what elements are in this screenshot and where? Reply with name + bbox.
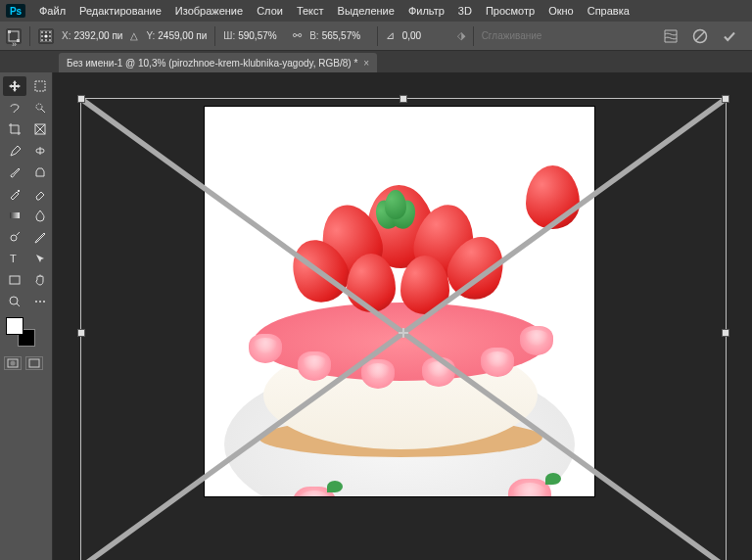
svg-point-4 [41,31,43,33]
svg-text:T: T [10,253,17,264]
svg-point-7 [41,35,43,37]
menu-view[interactable]: Просмотр [486,5,535,17]
eraser-tool-icon[interactable] [28,184,52,204]
close-tab-icon[interactable]: × [363,58,369,69]
height-value[interactable]: 565,57% [322,30,369,41]
blur-tool-icon[interactable] [28,206,52,225]
screen-mode-icon[interactable] [25,356,43,370]
marquee-tool-icon[interactable] [28,76,52,96]
options-bar: X: 2392,00 пи △ Y: 2459,00 пи Ш: 590,57%… [0,22,752,51]
transform-handle-tr[interactable] [722,95,729,103]
interpolation-label[interactable]: Сглаживание [482,30,542,41]
x-field[interactable]: X: 2392,00 пи [62,30,122,41]
svg-point-9 [49,35,51,37]
path-select-tool-icon[interactable] [28,249,52,268]
pen-tool-icon[interactable] [28,227,52,247]
color-swatches[interactable] [0,315,52,352]
quick-mask-icon[interactable] [4,356,22,370]
svg-point-12 [49,39,51,41]
toolbox: T [0,72,53,560]
menu-3d[interactable]: 3D [458,5,472,17]
crop-tool-icon[interactable] [3,119,26,139]
svg-point-6 [49,31,51,33]
brush-tool-icon[interactable] [3,163,26,182]
menu-edit[interactable]: Редактирование [79,5,162,17]
transform-handle-tm[interactable] [400,95,407,103]
rectangle-tool-icon[interactable] [3,270,26,290]
divider [214,26,215,46]
svg-point-26 [10,297,18,304]
transform-handle-tl[interactable] [77,95,85,103]
svg-point-31 [11,361,16,366]
divider [377,26,378,46]
svg-rect-22 [10,212,20,218]
width-field[interactable]: Ш: 590,57% [223,30,285,41]
edit-toolbar-icon[interactable] [28,292,52,311]
warp-mode-icon[interactable] [662,27,680,45]
menu-select[interactable]: Выделение [338,5,395,17]
y-field[interactable]: Y: 2459,00 пи [146,30,207,41]
menu-window[interactable]: Окно [548,5,574,17]
triangle-xy-icon[interactable]: △ [130,30,138,41]
svg-point-23 [11,235,17,241]
height-field[interactable]: В: 565,57% [309,30,368,41]
healing-tool-icon[interactable] [28,141,52,161]
angle-icon: ⊿ [386,29,395,42]
reference-point-icon[interactable] [38,28,54,44]
svg-rect-2 [17,39,20,42]
menu-image[interactable]: Изображение [175,5,243,17]
zoom-tool-icon[interactable] [3,292,26,311]
type-tool-icon[interactable]: T [3,249,26,268]
transform-handle-mr[interactable] [722,329,729,337]
dodge-tool-icon[interactable] [3,227,26,247]
menu-text[interactable]: Текст [297,5,324,17]
lasso-tool-icon[interactable] [3,98,26,117]
svg-point-8 [44,34,47,37]
width-label: Ш: [223,30,235,41]
document-tab-title: Без имени-1 @ 10,3% (pirozhnoe-krem-klub… [67,58,357,69]
height-label: В: [309,30,318,41]
menu-file[interactable]: Файл [39,5,66,17]
x-label: X: [62,30,70,41]
menu-filter[interactable]: Фильтр [408,5,445,17]
divider [473,26,474,46]
toolbox-collapse-icon[interactable]: » [12,39,17,49]
history-brush-tool-icon[interactable] [3,184,26,204]
svg-rect-32 [29,359,39,367]
hand-tool-icon[interactable] [28,270,52,290]
app-logo: Ps [6,4,25,18]
svg-point-29 [43,301,45,303]
frame-tool-icon[interactable] [28,119,52,139]
eyedropper-tool-icon[interactable] [3,141,26,161]
svg-point-27 [35,301,37,303]
svg-rect-25 [10,276,20,284]
svg-point-28 [39,301,41,303]
cancel-transform-icon[interactable] [691,27,709,45]
quick-select-tool-icon[interactable] [28,98,52,117]
transform-center-icon[interactable] [399,328,408,338]
link-wh-icon[interactable]: ⚯ [293,29,302,42]
angle-value[interactable]: 0,00 [402,30,449,41]
menu-layers[interactable]: Слои [257,5,283,17]
skew-h-icon[interactable]: ⬗ [457,29,465,42]
svg-rect-1 [8,30,11,33]
svg-rect-15 [35,81,45,91]
transform-bounding-box[interactable] [80,98,727,560]
canvas-area[interactable] [53,72,752,560]
svg-line-14 [696,31,705,40]
y-label: Y: [146,30,155,41]
width-value[interactable]: 590,57% [238,30,285,41]
svg-point-11 [45,39,47,41]
transform-handle-ml[interactable] [77,329,85,337]
clone-tool-icon[interactable] [28,163,52,182]
menu-help[interactable]: Справка [588,5,630,17]
gradient-tool-icon[interactable] [3,206,26,225]
foreground-color-swatch[interactable] [6,317,24,335]
svg-point-10 [41,39,43,41]
commit-transform-icon[interactable] [721,27,738,45]
divider [29,26,30,46]
y-value[interactable]: 2459,00 пи [158,30,207,41]
x-value[interactable]: 2392,00 пи [73,30,122,41]
document-tab[interactable]: Без имени-1 @ 10,3% (pirozhnoe-krem-klub… [59,53,377,72]
move-tool-icon[interactable] [3,76,26,96]
